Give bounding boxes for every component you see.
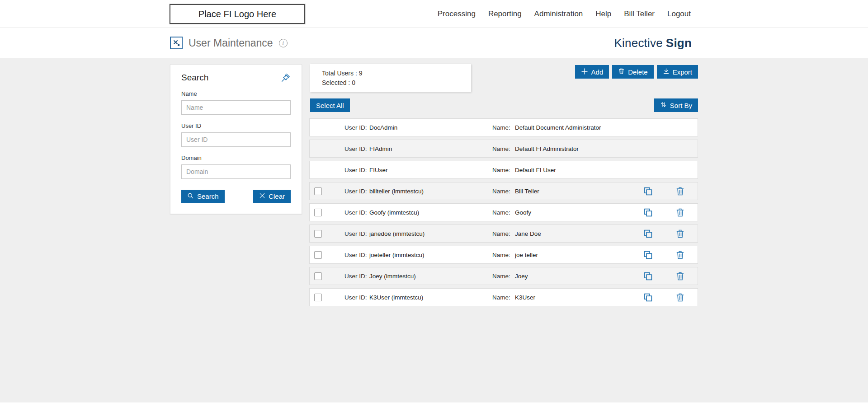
clear-button[interactable]: Clear xyxy=(253,190,291,203)
name-label: Name: xyxy=(492,230,515,237)
page-title: User Maintenance xyxy=(189,37,273,49)
user-row: User ID: Joey (immtestcu) Name: Joey xyxy=(309,267,698,285)
user-maintenance-icon xyxy=(170,37,183,49)
pin-icon[interactable] xyxy=(281,73,291,83)
row-checkbox[interactable] xyxy=(314,209,322,216)
name-value: K3User xyxy=(515,294,643,301)
nav-reporting[interactable]: Reporting xyxy=(488,9,522,19)
user-list: User ID: DocAdmin Name: Default Document… xyxy=(309,118,698,309)
copy-icon[interactable] xyxy=(643,271,653,281)
row-checkbox[interactable] xyxy=(314,272,322,280)
trash-icon[interactable] xyxy=(675,208,685,217)
user-id-label: User ID: xyxy=(344,124,369,131)
user-row: User ID: DocAdmin Name: Default Document… xyxy=(309,118,698,136)
name-value: Default FI Administrator xyxy=(515,145,643,152)
search-icon xyxy=(187,192,194,201)
copy-icon[interactable] xyxy=(643,293,653,302)
user-id-field[interactable] xyxy=(181,132,291,147)
nav-help[interactable]: Help xyxy=(595,9,611,19)
export-button[interactable]: Export xyxy=(657,65,698,79)
row-checkbox[interactable] xyxy=(314,294,322,301)
user-id-value: Goofy (immtestcu) xyxy=(369,209,492,216)
name-value: Goofy xyxy=(515,209,643,216)
info-icon[interactable]: i xyxy=(279,39,288,47)
user-id-value: joeteller (immtestcu) xyxy=(369,252,492,258)
nav-processing[interactable]: Processing xyxy=(438,9,476,19)
user-id-value: Joey (immtestcu) xyxy=(369,273,492,280)
search-button[interactable]: Search xyxy=(181,190,225,203)
name-label: Name: xyxy=(492,252,515,258)
trash-icon[interactable] xyxy=(675,271,685,281)
name-label: Name: xyxy=(492,273,515,280)
search-panel: Search Name User ID Domain xyxy=(170,64,302,214)
user-id-label: User ID: xyxy=(344,188,369,195)
row-checkbox[interactable] xyxy=(314,251,322,259)
name-value: Default FI User xyxy=(515,167,643,173)
search-panel-title: Search xyxy=(181,73,208,83)
trash-icon xyxy=(618,68,625,76)
user-id-value: billteller (immtestcu) xyxy=(369,188,492,195)
user-row: User ID: FIAdmin Name: Default FI Admini… xyxy=(309,140,698,158)
delete-button[interactable]: Delete xyxy=(612,65,653,79)
top-bar: Place FI Logo Here Processing Reporting … xyxy=(0,0,868,28)
sort-by-button[interactable]: Sort By xyxy=(654,98,698,112)
user-id-label: User ID: xyxy=(344,273,369,280)
selected-count-text: Selected : 0 xyxy=(322,78,471,88)
download-icon xyxy=(663,68,670,76)
copy-icon[interactable] xyxy=(643,229,653,239)
name-value: Bill Teller xyxy=(515,188,643,195)
user-row: User ID: K3User (immtestcu) Name: K3User xyxy=(309,288,698,306)
copy-icon[interactable] xyxy=(643,250,653,260)
user-id-value: janedoe (immtestcu) xyxy=(369,230,492,237)
nav-logout[interactable]: Logout xyxy=(667,9,691,19)
row-checkbox[interactable] xyxy=(314,230,322,238)
main-content: Search Name User ID Domain xyxy=(0,58,868,402)
toolbar: Add Delete Export xyxy=(575,65,698,79)
brand-product: Sign xyxy=(666,36,692,50)
name-value: Joey xyxy=(515,273,643,280)
trash-icon[interactable] xyxy=(675,187,685,196)
user-id-value: K3User (immtestcu) xyxy=(369,294,492,301)
brand-name: Kinective xyxy=(614,36,663,50)
user-id-label: User ID: xyxy=(344,167,369,173)
plus-icon xyxy=(581,68,588,76)
select-all-button[interactable]: Select All xyxy=(310,98,350,112)
trash-icon[interactable] xyxy=(675,229,685,239)
user-row: User ID: janedoe (immtestcu) Name: Jane … xyxy=(309,225,698,243)
domain-field[interactable] xyxy=(181,164,291,179)
user-id-label: User ID: xyxy=(344,209,369,216)
name-value: Jane Doe xyxy=(515,230,643,237)
user-row: User ID: joeteller (immtestcu) Name: joe… xyxy=(309,246,698,264)
nav-user[interactable]: Bill Teller xyxy=(624,9,655,19)
user-id-label: User ID: xyxy=(344,294,369,301)
top-nav: Processing Reporting Administration Help… xyxy=(438,0,691,28)
row-actions xyxy=(643,250,698,260)
name-value: Default Document Administrator xyxy=(515,124,643,131)
summary-box: Total Users : 9 Selected : 0 xyxy=(310,64,471,92)
user-id-label: User ID: xyxy=(344,230,369,237)
user-row: User ID: FIUser Name: Default FI User xyxy=(309,161,698,179)
row-actions xyxy=(643,293,698,302)
user-id-label: User ID: xyxy=(344,145,369,152)
user-id-value: DocAdmin xyxy=(369,124,492,131)
copy-icon[interactable] xyxy=(643,187,653,196)
name-field[interactable] xyxy=(181,100,291,115)
user-row: User ID: billteller (immtestcu) Name: Bi… xyxy=(309,182,698,200)
fi-logo-placeholder: Place FI Logo Here xyxy=(170,4,305,24)
title-group: User Maintenance i xyxy=(170,28,288,58)
user-id-value: FIUser xyxy=(369,167,492,173)
sub-header: User Maintenance i KinectiveSign xyxy=(0,28,868,58)
name-label: Name: xyxy=(492,145,515,152)
trash-icon[interactable] xyxy=(675,293,685,302)
user-id-label: User ID: xyxy=(344,252,369,258)
nav-administration[interactable]: Administration xyxy=(534,9,583,19)
user-row: User ID: Goofy (immtestcu) Name: Goofy xyxy=(309,203,698,221)
copy-icon[interactable] xyxy=(643,208,653,217)
name-field-label: Name xyxy=(181,90,291,97)
name-value: joe teller xyxy=(515,252,643,258)
trash-icon[interactable] xyxy=(675,250,685,260)
add-button[interactable]: Add xyxy=(575,65,609,79)
row-actions xyxy=(643,271,698,281)
name-label: Name: xyxy=(492,209,515,216)
row-checkbox[interactable] xyxy=(314,187,322,195)
